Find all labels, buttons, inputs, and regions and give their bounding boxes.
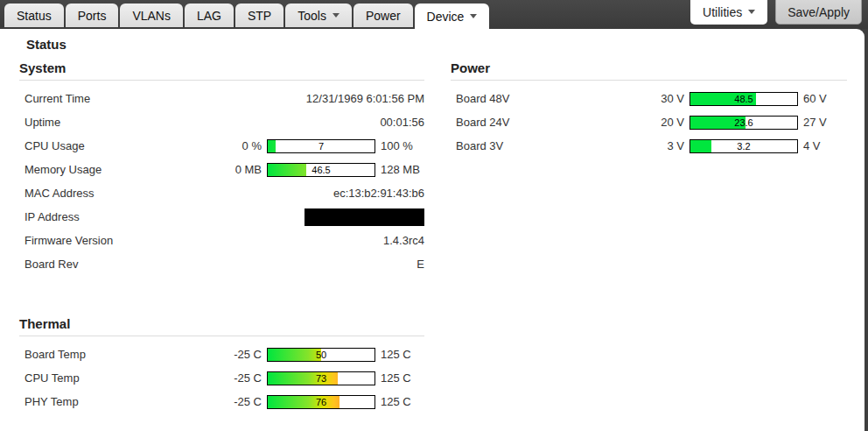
redacted-ip-address [304, 208, 424, 226]
tab-label: Status [17, 9, 52, 23]
tab-tools[interactable]: Tools [285, 4, 352, 27]
row-label: Firmware Version [24, 234, 113, 247]
gauge-bar: 48.5 [690, 92, 798, 106]
gauge-min-label: 20 V [661, 116, 684, 129]
top-navigation-bar: Status Ports VLANs LAG STP Tools [0, 0, 868, 29]
gauge-min-label: -25 C [234, 371, 262, 385]
tab-label: LAG [197, 9, 221, 23]
thermal-rows: Board Temp -25 C 50 125 C [19, 343, 424, 413]
gauge-value: 50 [268, 349, 374, 361]
row-current-time: Current Time 12/31/1969 6:01:56 PM [19, 87, 424, 110]
utilities-button[interactable]: Utilities [690, 0, 767, 25]
row-mac-address: MAC Address ec:13:b2:91:43:b6 [19, 181, 424, 205]
gauge-value: 7 [268, 140, 374, 152]
gauge-max-label: 4 V [803, 139, 847, 152]
gauge-value: 76 [268, 396, 374, 408]
chevron-down-icon [470, 14, 477, 18]
tab-status[interactable]: Status [4, 4, 64, 27]
gauge-min-label: 0 % [242, 139, 262, 152]
gauge-bar: 50 [267, 348, 375, 362]
system-rows: Current Time 12/31/1969 6:01:56 PM Uptim… [19, 87, 424, 276]
system-section: System Current Time 12/31/1969 6:01:56 P… [19, 60, 424, 276]
tab-label: Tools [298, 9, 326, 23]
gauge-max-label: 125 C [381, 348, 424, 361]
power-section-title: Power [451, 60, 847, 75]
row-board-3v: Board 3V 3 V 3.2 4 V [451, 134, 847, 158]
thermal-section: Thermal Board Temp -25 C 50 [19, 316, 424, 413]
row-board-temp: Board Temp -25 C 50 125 C [19, 343, 424, 366]
gauge-bar: 76 [267, 395, 375, 409]
tab-label: Device [427, 10, 465, 24]
section-divider [451, 80, 847, 81]
row-label: CPU Usage [24, 139, 85, 152]
tab-label: VLANs [132, 9, 171, 23]
row-label: Memory Usage [24, 163, 102, 176]
row-cpu-temp: CPU Temp -25 C 73 125 C [19, 366, 424, 390]
page-title: Status [26, 37, 424, 52]
gauge-max-label: 60 V [803, 92, 847, 105]
gauge-bar: 73 [267, 371, 375, 385]
row-memory-usage: Memory Usage 0 MB 46.5 128 MB [19, 158, 424, 181]
tab-vlans[interactable]: VLANs [120, 4, 183, 27]
gauge-min-label: 0 MB [235, 163, 262, 176]
row-value: 00:01:56 [380, 116, 424, 129]
row-label: Board 48V [456, 92, 509, 105]
save-apply-button[interactable]: Save/Apply [775, 0, 862, 25]
power-section: Power Board 48V 30 V 48.5 [451, 60, 847, 158]
tab-label: Power [366, 9, 401, 23]
gauge-max-label: 125 C [381, 395, 424, 408]
row-value: 1.4.3rc4 [383, 234, 424, 247]
gauge-bar: 3.2 [690, 139, 798, 153]
chevron-down-icon [332, 13, 340, 18]
row-board-48v: Board 48V 30 V 48.5 60 V [451, 87, 847, 110]
tab-label: Ports [78, 9, 107, 23]
gauge-max-label: 125 C [381, 371, 424, 385]
row-label: MAC Address [24, 187, 94, 200]
gauge-max-label: 27 V [803, 116, 847, 129]
thermal-section-title: Thermal [19, 316, 424, 331]
section-divider [19, 80, 424, 81]
row-label: Uptime [24, 116, 60, 129]
tab-stp[interactable]: STP [235, 4, 284, 27]
row-label: Board 3V [456, 139, 503, 152]
gauge-max-label: 128 MB [381, 163, 424, 176]
topbar-actions: Utilities Save/Apply [690, 0, 862, 25]
gauge-min-label: -25 C [234, 348, 262, 361]
gauge-bar: 7 [267, 139, 375, 153]
save-apply-button-label: Save/Apply [788, 5, 850, 19]
row-value: E [416, 258, 424, 271]
gauge-min-label: -25 C [234, 395, 262, 408]
left-column: Status System Current Time 12/31/1969 6:… [19, 29, 424, 431]
row-label: PHY Temp [24, 395, 79, 408]
switch-management-page: Status Ports VLANs LAG STP Tools [0, 0, 868, 431]
row-label: Board Rev [24, 258, 78, 271]
gauge-bar: 23.6 [690, 116, 798, 130]
gauge-min-label: 30 V [661, 92, 684, 105]
gauge-max-label: 100 % [381, 139, 424, 152]
gauge-value: 46.5 [268, 164, 374, 176]
tab-power[interactable]: Power [354, 4, 413, 27]
row-label: Board 24V [456, 116, 509, 129]
tab-label: STP [248, 9, 271, 23]
row-label: Board Temp [24, 348, 86, 361]
gauge-bar: 46.5 [267, 163, 375, 177]
row-label: IP Address [24, 210, 80, 223]
power-rows: Board 48V 30 V 48.5 60 V [451, 87, 847, 158]
tab-device[interactable]: Device [415, 4, 490, 29]
row-value: ec:13:b2:91:43:b6 [333, 187, 424, 200]
row-board-24v: Board 24V 20 V 23.6 27 V [451, 110, 847, 134]
tab-ports[interactable]: Ports [66, 4, 119, 27]
row-cpu-usage: CPU Usage 0 % 7 100 % [19, 134, 424, 158]
row-ip-address: IP Address [19, 205, 424, 229]
content-panel: Status System Current Time 12/31/1969 6:… [0, 29, 864, 431]
row-firmware-version: Firmware Version 1.4.3rc4 [19, 229, 424, 252]
utilities-button-label: Utilities [703, 5, 742, 19]
row-board-rev: Board Rev E [19, 252, 424, 276]
row-phy-temp: PHY Temp -25 C 76 125 C [19, 390, 424, 413]
row-uptime: Uptime 00:01:56 [19, 110, 424, 134]
system-section-title: System [19, 60, 424, 75]
section-divider [19, 336, 424, 336]
gauge-min-label: 3 V [667, 139, 684, 152]
tab-lag[interactable]: LAG [185, 4, 234, 27]
chevron-down-icon [748, 10, 755, 14]
